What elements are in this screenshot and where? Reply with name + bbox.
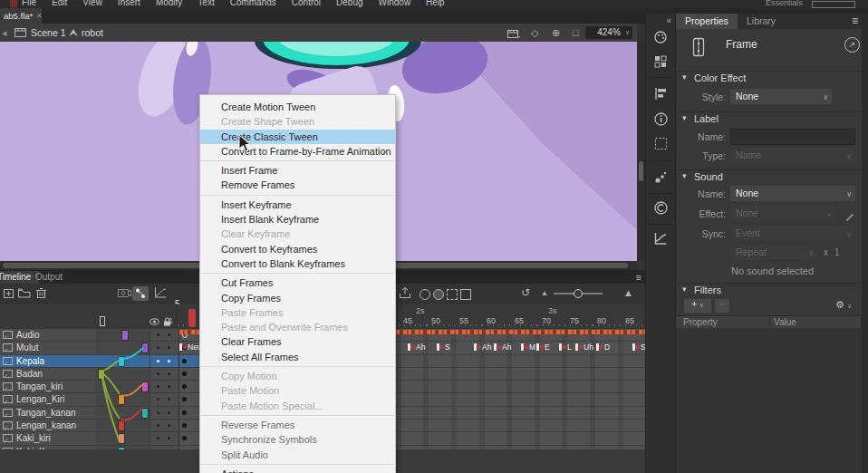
- lock-icon[interactable]: [163, 317, 171, 326]
- section-label[interactable]: ▾ Label: [676, 111, 868, 126]
- menu-item[interactable]: Help: [426, 0, 445, 7]
- layer-name-cell[interactable]: Badan: [0, 368, 95, 380]
- info-panel-icon[interactable]: [653, 111, 669, 127]
- visibility-dot[interactable]: [157, 398, 159, 401]
- zoom-in-frames-icon[interactable]: ▲: [623, 287, 633, 298]
- visibility-dot[interactable]: [157, 411, 159, 414]
- menu-item[interactable]: Text: [198, 0, 214, 7]
- context-menu-item[interactable]: Insert Keyframe ›: [200, 198, 395, 212]
- layer-toggles-cell[interactable]: [149, 329, 178, 341]
- parenting-marker[interactable]: [119, 395, 124, 404]
- panel-menu-icon[interactable]: ≡: [852, 14, 858, 27]
- add-filter-button[interactable]: + ∨: [683, 298, 712, 314]
- layer-toggles-cell[interactable]: [149, 407, 178, 419]
- motion-editor-panel-icon[interactable]: [653, 231, 669, 246]
- layer-parent-cell[interactable]: [95, 432, 149, 444]
- layer-name-cell[interactable]: Tangan_kanan: [0, 407, 95, 419]
- parenting-marker[interactable]: [142, 409, 148, 418]
- context-menu-item[interactable]: Reverse Frames ›: [200, 418, 395, 432]
- visibility-dot[interactable]: [157, 372, 159, 375]
- layer-parent-cell[interactable]: [95, 355, 149, 367]
- search-input[interactable]: [812, 1, 855, 8]
- layer-toggles-cell[interactable]: [149, 381, 178, 392]
- new-folder-icon[interactable]: [18, 287, 31, 298]
- tab-output[interactable]: Output: [27, 271, 71, 284]
- lock-dot[interactable]: [168, 424, 170, 427]
- context-menu-item[interactable]: Copy Frames ›: [200, 291, 395, 305]
- repeat-count[interactable]: 1: [834, 247, 840, 257]
- quick-share-icon[interactable]: ↗: [844, 37, 860, 53]
- context-menu-item[interactable]: Paste Motion ›: [200, 383, 395, 398]
- parenting-marker[interactable]: [119, 421, 124, 430]
- layer-parent-cell[interactable]: [95, 381, 149, 392]
- reset-timeline-zoom-icon[interactable]: ↺: [521, 286, 530, 299]
- label-name-input[interactable]: [730, 129, 855, 145]
- menu-item[interactable]: Window: [379, 0, 411, 7]
- layer-parent-cell[interactable]: [95, 393, 149, 405]
- color-panel-icon[interactable]: [653, 30, 669, 45]
- context-menu-item[interactable]: Clear Frames ›: [200, 334, 395, 349]
- layer-name-cell[interactable]: Kepala: [0, 355, 95, 367]
- eye-icon[interactable]: [149, 318, 159, 325]
- context-menu-item[interactable]: Select All Frames ›: [200, 350, 395, 364]
- menu-item[interactable]: Modify: [156, 0, 182, 7]
- tab-properties[interactable]: Properties: [676, 14, 738, 29]
- context-menu-item[interactable]: Create Shape Tween ›: [200, 114, 395, 129]
- lock-dot[interactable]: [168, 385, 170, 388]
- playhead[interactable]: [188, 309, 196, 327]
- section-sound[interactable]: ▾ Sound: [676, 169, 868, 184]
- lock-dot[interactable]: [168, 437, 170, 439]
- menu-item[interactable]: Debug: [336, 0, 362, 7]
- parenting-marker[interactable]: [99, 370, 104, 379]
- collapse-panels-icon[interactable]: «: [666, 15, 671, 25]
- layer-parent-cell[interactable]: [95, 329, 149, 341]
- context-menu-item[interactable]: Cut Frames ›: [200, 275, 395, 290]
- properties-scrollbar[interactable]: [862, 14, 868, 473]
- back-icon[interactable]: ◂: [2, 26, 7, 39]
- scrollbar-thumb[interactable]: [639, 161, 643, 181]
- context-menu-item[interactable]: Split Audio ›: [200, 448, 395, 462]
- swatches-panel-icon[interactable]: [653, 54, 669, 70]
- filter-options-button[interactable]: ⚙ ∨: [835, 299, 852, 311]
- context-menu-item[interactable]: Insert Blank Keyframe ›: [200, 212, 395, 227]
- modify-markers-icon[interactable]: [460, 289, 471, 300]
- context-menu-item[interactable]: Clear Keyframe ›: [200, 227, 395, 241]
- context-menu-item[interactable]: Paste Motion Special... ›: [200, 399, 395, 413]
- context-menu-item[interactable]: Paste and Overwrite Frames ›: [200, 320, 395, 334]
- context-menu-item[interactable]: Actions ›: [200, 467, 395, 473]
- context-menu-item[interactable]: Paste Frames ›: [200, 305, 395, 320]
- publish-frames-icon[interactable]: [399, 287, 411, 299]
- lock-dot[interactable]: [168, 372, 170, 375]
- menu-item[interactable]: Insert: [118, 0, 140, 7]
- breadcrumb-symbol[interactable]: robot: [82, 24, 103, 42]
- layer-name-cell[interactable]: Lengan_Kiri: [0, 393, 95, 405]
- lock-dot[interactable]: [168, 398, 170, 401]
- parenting-marker[interactable]: [142, 382, 148, 391]
- section-color-effect[interactable]: ▾ Color Effect: [676, 71, 868, 85]
- onion-skin-outlines-icon[interactable]: [433, 289, 444, 300]
- tab-library[interactable]: Library: [738, 14, 785, 29]
- layer-toggles-cell[interactable]: [149, 432, 178, 444]
- layer-parenting-toggle[interactable]: [132, 286, 149, 301]
- layer-parent-cell[interactable]: [95, 407, 149, 419]
- lock-dot[interactable]: [168, 346, 170, 349]
- layer-name-cell[interactable]: Kaki_kiri: [0, 432, 95, 444]
- timeline-zoom-slider-knob[interactable]: [574, 289, 583, 298]
- graph-editor-icon[interactable]: [154, 287, 167, 299]
- menu-item[interactable]: View: [82, 0, 102, 7]
- onion-skin-icon[interactable]: [420, 289, 430, 300]
- parenting-marker[interactable]: [119, 434, 124, 443]
- camera-icon[interactable]: [118, 287, 131, 297]
- visibility-dot[interactable]: [157, 437, 159, 439]
- menu-item[interactable]: Commands: [230, 0, 276, 7]
- breadcrumb-scene[interactable]: Scene 1: [31, 24, 66, 42]
- context-menu-item[interactable]: Convert to Blank Keyframes ›: [200, 256, 395, 271]
- layer-toggles-cell[interactable]: [149, 355, 178, 367]
- lock-dot[interactable]: [168, 360, 170, 362]
- parenting-marker[interactable]: [119, 357, 124, 366]
- visibility-dot[interactable]: [157, 346, 159, 349]
- visibility-dot[interactable]: [157, 360, 159, 362]
- panel-menu-icon[interactable]: ≡: [636, 271, 641, 284]
- style-dropdown[interactable]: None ∨: [730, 89, 832, 104]
- layer-toggles-cell[interactable]: [149, 368, 178, 380]
